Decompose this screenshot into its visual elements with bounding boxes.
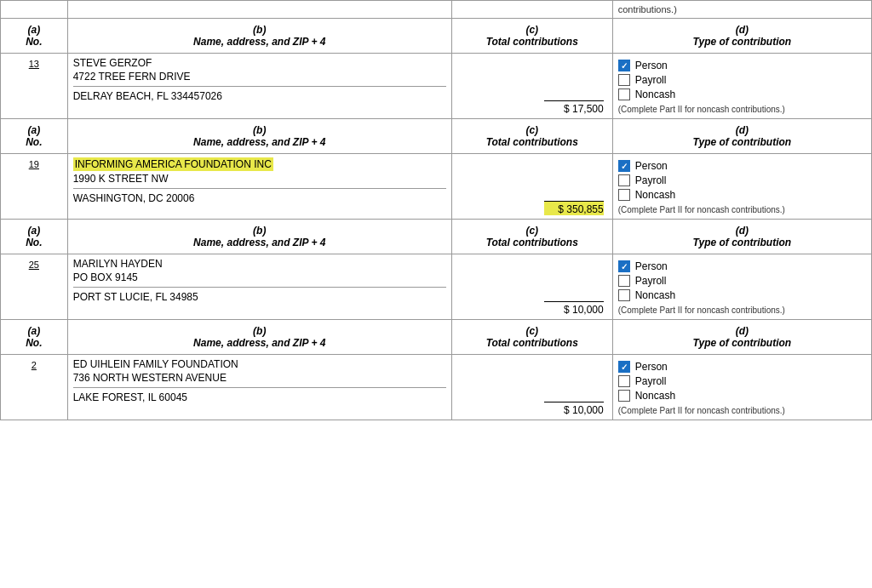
col-a-label: (a)No. [26,325,42,349]
city-state-zip-2: LAKE FOREST, IL 60045 [73,391,446,403]
person-label-2: Person [635,361,668,373]
col-a-header-13: (a)No. [1,19,68,54]
col-b-label: (b)Name, address, and ZIP + 4 [193,225,325,248]
header-row-13: (a)No. (b)Name, address, and ZIP + 4 (c)… [1,19,872,54]
name-2: ED UIHLEIN FAMILY FOUNDATION [73,358,446,370]
table-row: 2 ED UIHLEIN FAMILY FOUNDATION 736 NORTH… [1,355,872,420]
noncash-checkbox-2[interactable] [618,390,630,402]
table-row: 13 STEVE GERZOF 4722 TREE FERN DRIVE DEL… [1,54,872,119]
col-b-header-25: (b)Name, address, and ZIP + 4 [67,220,451,254]
payroll-label-13: Payroll [635,74,667,86]
payroll-checkbox-13[interactable] [618,74,630,86]
header-row-19: (a)No. (b)Name, address, and ZIP + 4 (c)… [1,119,872,154]
col-d-header-2: (d)Type of contribution [612,320,871,355]
contrib-type-25: Person Payroll Noncash (Complete Part II… [612,254,871,320]
contrib-type-13: Person Payroll Noncash (Complete Part II… [612,54,871,119]
col-c-header-19: (c)Total contributions [451,119,612,154]
row-address-19: INFORMING AMERICA FOUNDATION INC 1990 K … [67,154,451,220]
person-label-13: Person [635,60,668,71]
col-c-label: (c)Total contributions [486,124,578,148]
noncash-label-2: Noncash [635,390,675,402]
noncash-note-19: (Complete Part II for noncash contributi… [618,204,866,215]
amount-19: $ 350,855 [451,154,612,220]
payroll-checkbox-2[interactable] [618,375,630,387]
top-partial-note: contributions.) [612,1,871,19]
person-checkbox-19[interactable] [618,160,630,172]
col-d-label: (d)Type of contribution [693,325,792,349]
person-checkbox-25[interactable] [618,260,630,272]
payroll-label-19: Payroll [635,174,667,186]
person-label-19: Person [635,160,668,172]
col-d-header-19: (d)Type of contribution [612,119,871,154]
col-d-label: (d)Type of contribution [693,24,792,48]
noncash-label-25: Noncash [635,289,675,301]
col-a-header-2: (a)No. [1,320,68,355]
city-state-zip-19: WASHINGTON, DC 20006 [73,192,446,204]
col-c-label: (c)Total contributions [486,24,578,48]
col-b-header-13: (b)Name, address, and ZIP + 4 [67,19,451,54]
person-checkbox-13[interactable] [618,60,630,71]
col-a-label: (a)No. [26,124,42,148]
col-a-label: (a)No. [26,24,42,48]
noncash-checkbox-19[interactable] [618,189,630,201]
row-address-13: STEVE GERZOF 4722 TREE FERN DRIVE DELRAY… [67,54,451,119]
col-d-header-13: (d)Type of contribution [612,19,871,54]
city-state-zip-13: DELRAY BEACH, FL 334457026 [73,90,446,102]
amount-13: $ 17,500 [451,54,612,119]
table-row: 25 MARILYN HAYDEN PO BOX 9145 PORT ST LU… [1,254,872,320]
col-a-header-25: (a)No. [1,220,68,254]
contrib-type-19: Person Payroll Noncash (Complete Part II… [612,154,871,220]
payroll-checkbox-19[interactable] [618,174,630,186]
header-row-25: (a)No. (b)Name, address, and ZIP + 4 (c)… [1,220,872,254]
noncash-checkbox-25[interactable] [618,289,630,301]
noncash-note-25: (Complete Part II for noncash contributi… [618,305,866,316]
row-number-2: 2 [1,355,68,420]
noncash-checkbox-13[interactable] [618,88,630,100]
noncash-note-13: (Complete Part II for noncash contributi… [618,104,866,115]
amount-25: $ 10,000 [451,254,612,320]
row-address-25: MARILYN HAYDEN PO BOX 9145 PORT ST LUCIE… [67,254,451,320]
amount-2: $ 10,000 [451,355,612,420]
address1-19: 1990 K STREET NW [73,173,446,185]
col-c-header-13: (c)Total contributions [451,19,612,54]
header-row-2: (a)No. (b)Name, address, and ZIP + 4 (c)… [1,320,872,355]
person-checkbox-2[interactable] [618,361,630,373]
col-c-header-25: (c)Total contributions [451,220,612,254]
col-b-header-19: (b)Name, address, and ZIP + 4 [67,119,451,154]
col-d-label: (d)Type of contribution [693,124,792,148]
col-b-label: (b)Name, address, and ZIP + 4 [193,24,325,48]
col-a-header-19: (a)No. [1,119,68,154]
col-b-label: (b)Name, address, and ZIP + 4 [193,124,325,148]
col-b-label: (b)Name, address, and ZIP + 4 [193,325,325,349]
payroll-label-25: Payroll [635,275,667,287]
row-address-2: ED UIHLEIN FAMILY FOUNDATION 736 NORTH W… [67,355,451,420]
row-number-25: 25 [1,254,68,320]
table-row: 19 INFORMING AMERICA FOUNDATION INC 1990… [1,154,872,220]
row-number-19: 19 [1,154,68,220]
name-19: INFORMING AMERICA FOUNDATION INC [73,157,446,171]
noncash-label-13: Noncash [635,88,675,100]
address1-25: PO BOX 9145 [73,271,446,283]
col-a-label: (a)No. [26,225,42,248]
col-c-label: (c)Total contributions [486,325,578,349]
address1-2: 736 NORTH WESTERN AVENUE [73,372,446,384]
payroll-checkbox-25[interactable] [618,275,630,287]
noncash-note-2: (Complete Part II for noncash contributi… [618,405,866,416]
contrib-type-2: Person Payroll Noncash (Complete Part II… [612,355,871,420]
col-b-header-2: (b)Name, address, and ZIP + 4 [67,320,451,355]
payroll-label-2: Payroll [635,375,667,387]
col-c-header-2: (c)Total contributions [451,320,612,355]
person-label-25: Person [635,260,668,272]
name-25: MARILYN HAYDEN [73,258,446,270]
noncash-label-19: Noncash [635,189,675,201]
col-d-label: (d)Type of contribution [693,225,792,248]
row-number-13: 13 [1,54,68,119]
city-state-zip-25: PORT ST LUCIE, FL 34985 [73,291,446,303]
name-13: STEVE GERZOF [73,57,446,69]
col-c-label: (c)Total contributions [486,225,578,248]
col-d-header-25: (d)Type of contribution [612,220,871,254]
address1-13: 4722 TREE FERN DRIVE [73,71,446,83]
